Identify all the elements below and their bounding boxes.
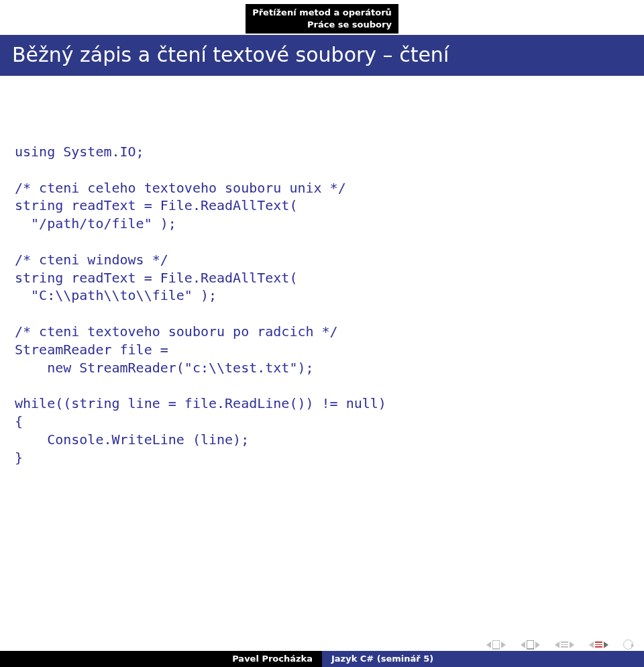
footer-subject: Jazyk C# (seminář 5)	[322, 651, 644, 667]
lines-icon	[595, 642, 602, 648]
nav-subsection[interactable]	[555, 642, 574, 648]
triangle-left-icon	[589, 642, 594, 648]
nav-first[interactable]	[486, 640, 506, 650]
nav-frame[interactable]	[589, 642, 608, 648]
nav-controls	[486, 639, 633, 650]
breadcrumb-line-1: Přetížení metod a operátorů	[252, 7, 392, 19]
triangle-left-icon	[486, 642, 491, 648]
circle-arrow-icon	[623, 639, 633, 650]
code-block: using System.IO; /* cteni celeho textove…	[15, 143, 629, 466]
triangle-left-icon	[555, 642, 559, 648]
lines-icon	[561, 642, 568, 648]
breadcrumb: Přetížení metod a operátorů Práce se sou…	[246, 4, 398, 34]
triangle-right-icon	[570, 642, 574, 648]
triangle-right-icon	[501, 642, 506, 648]
triangle-right-icon	[535, 642, 540, 648]
section-icon	[527, 640, 534, 650]
footer: Pavel Procházka Jazyk C# (seminář 5)	[0, 651, 644, 667]
triangle-right-icon	[604, 642, 608, 648]
page-title: Běžný zápis a čtení textové soubory – čt…	[0, 35, 644, 76]
breadcrumb-line-2: Práce se soubory	[252, 19, 392, 31]
triangle-left-icon	[521, 642, 525, 648]
footer-author: Pavel Procházka	[0, 651, 322, 667]
nav-section[interactable]	[521, 640, 540, 650]
nav-back-forward[interactable]	[623, 639, 633, 650]
slide-content: using System.IO; /* cteni celeho textove…	[0, 76, 644, 466]
page-icon	[492, 640, 500, 650]
